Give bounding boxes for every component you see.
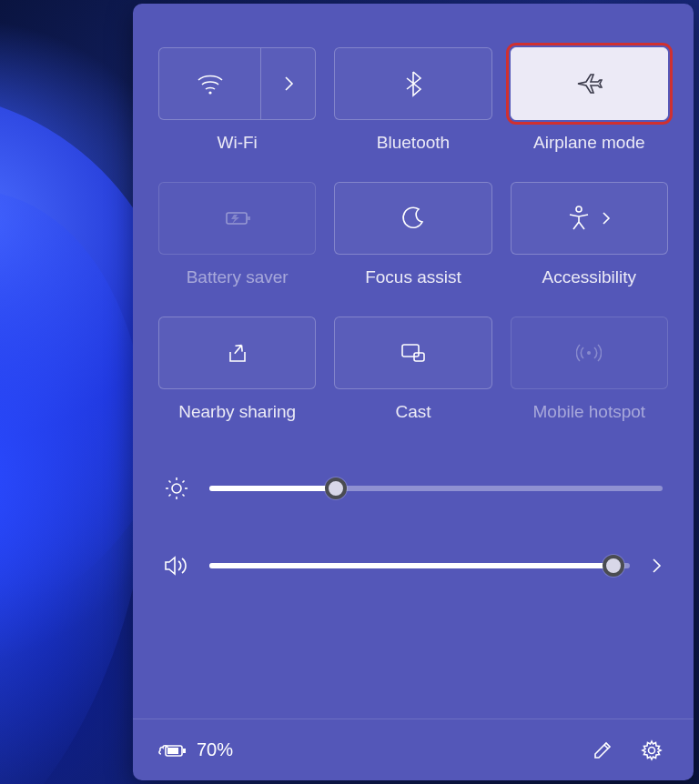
airplane-icon	[575, 72, 603, 95]
brightness-thumb[interactable]	[325, 477, 347, 499]
battery-saver-label: Battery saver	[187, 267, 289, 287]
volume-expand-button[interactable]	[650, 557, 663, 575]
wifi-button[interactable]	[158, 47, 316, 120]
edit-quick-settings-button[interactable]	[584, 732, 621, 769]
svg-line-13	[183, 495, 185, 497]
gear-icon	[641, 739, 663, 761]
svg-rect-2	[248, 216, 250, 220]
volume-row	[164, 555, 663, 577]
mobile-hotspot-label: Mobile hotspot	[533, 402, 646, 422]
settings-button[interactable]	[633, 732, 670, 769]
moon-icon	[400, 206, 426, 231]
accessibility-icon	[567, 206, 591, 231]
chevron-right-icon	[602, 211, 611, 226]
brightness-slider[interactable]	[209, 486, 663, 491]
svg-point-7	[172, 484, 181, 493]
mobile-hotspot-button	[511, 317, 668, 389]
wifi-tile: Wi-Fi	[158, 47, 316, 153]
battery-percentage: 70%	[197, 739, 233, 760]
svg-point-6	[587, 351, 591, 355]
cast-label: Cast	[395, 402, 431, 422]
hotspot-icon	[576, 342, 602, 364]
pencil-icon	[592, 739, 613, 761]
svg-line-15	[169, 495, 171, 497]
airplane-mode-button[interactable]	[511, 47, 668, 120]
nearby-sharing-tile: Nearby sharing	[158, 317, 316, 422]
accessibility-label: Accessibility	[542, 267, 636, 287]
svg-rect-4	[402, 345, 419, 357]
cast-button[interactable]	[334, 317, 491, 389]
battery-saver-icon	[223, 209, 252, 227]
wifi-expand-button[interactable]	[260, 48, 315, 119]
focus-assist-button[interactable]	[334, 182, 491, 255]
volume-thumb[interactable]	[603, 555, 624, 577]
cast-icon	[400, 342, 427, 364]
quick-settings-footer: 70%	[133, 719, 694, 780]
mobile-hotspot-tile: Mobile hotspot	[511, 317, 668, 422]
bluetooth-icon	[404, 70, 422, 97]
airplane-label: Airplane mode	[533, 133, 645, 153]
battery-saver-tile: Battery saver	[158, 182, 316, 287]
bluetooth-label: Bluetooth	[377, 133, 450, 153]
svg-line-14	[183, 481, 185, 483]
svg-point-0	[208, 91, 211, 94]
volume-slider[interactable]	[209, 563, 630, 568]
battery-charging-icon	[157, 741, 187, 759]
wifi-icon	[197, 73, 224, 95]
svg-rect-18	[167, 748, 178, 754]
battery-saver-button	[158, 182, 316, 255]
share-icon	[225, 341, 250, 365]
svg-rect-17	[183, 749, 186, 753]
quick-settings-panel: Wi-Fi Bluetooth Airplane mode	[133, 4, 694, 780]
airplane-tile: Airplane mode	[511, 47, 668, 153]
bluetooth-tile: Bluetooth	[334, 47, 491, 153]
brightness-fill	[209, 486, 336, 491]
brightness-row	[164, 477, 663, 500]
focus-assist-label: Focus assist	[365, 267, 461, 287]
accessibility-tile: Accessibility	[511, 182, 668, 287]
volume-fill	[209, 563, 613, 568]
battery-status[interactable]: 70%	[157, 739, 233, 760]
nearby-sharing-label: Nearby sharing	[178, 402, 296, 422]
brightness-icon	[164, 477, 189, 500]
volume-icon	[164, 555, 189, 577]
bluetooth-button[interactable]	[334, 47, 491, 120]
nearby-sharing-button[interactable]	[158, 317, 316, 389]
svg-point-19	[649, 747, 655, 753]
sliders-section	[133, 449, 694, 595]
wifi-toggle[interactable]	[159, 48, 260, 119]
chevron-right-icon	[282, 75, 295, 93]
focus-assist-tile: Focus assist	[334, 182, 491, 287]
accessibility-button[interactable]	[511, 182, 668, 255]
cast-tile: Cast	[334, 317, 491, 422]
quick-settings-tiles: Wi-Fi Bluetooth Airplane mode	[133, 4, 694, 431]
wifi-label: Wi-Fi	[218, 133, 258, 153]
svg-line-12	[169, 481, 171, 483]
svg-point-3	[576, 206, 582, 212]
chevron-right-icon	[650, 557, 663, 575]
